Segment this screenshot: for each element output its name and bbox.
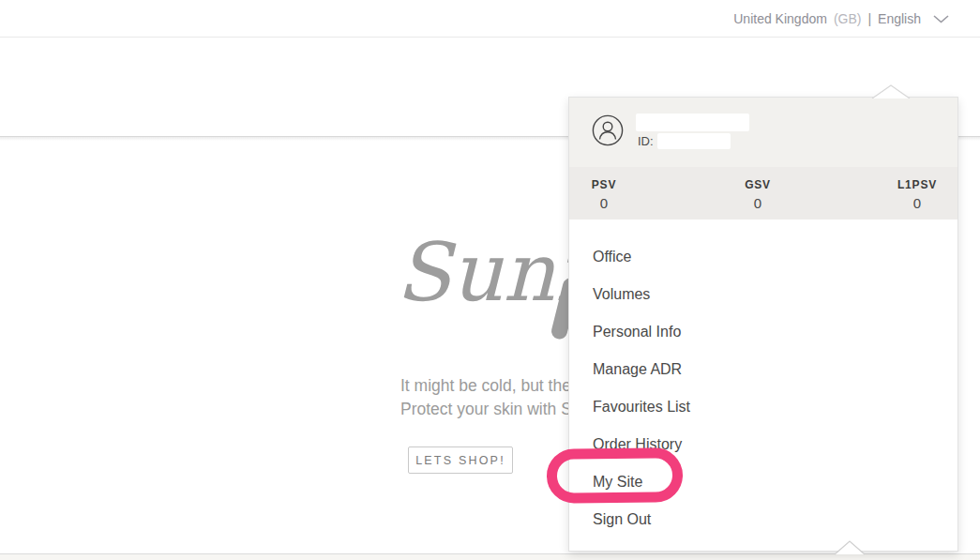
menu-item-favourites-list[interactable]: Favourites List bbox=[569, 388, 957, 426]
id-label: ID: bbox=[638, 134, 654, 148]
menu-item-sign-out[interactable]: Sign Out bbox=[569, 501, 957, 538]
region-code: (GB) bbox=[834, 11, 862, 26]
stat-l1psv: L1PSV 0 bbox=[880, 178, 955, 211]
chevron-down-icon bbox=[933, 15, 949, 23]
stat-gsv-label: GSV bbox=[720, 178, 795, 191]
hero-description-line1: It might be cold, but the bbox=[400, 374, 572, 398]
stat-psv-value: 0 bbox=[566, 195, 641, 211]
stat-l1psv-value: 0 bbox=[880, 195, 955, 211]
account-menu-list: Office Volumes Personal Info Manage ADR … bbox=[569, 219, 957, 551]
lets-shop-button[interactable]: LETS SHOP! bbox=[408, 446, 513, 474]
user-name-redacted bbox=[636, 114, 749, 131]
region-label: United Kingdom bbox=[733, 11, 827, 26]
user-id-redacted bbox=[657, 133, 731, 149]
volume-stats-row: PSV 0 GSV 0 L1PSV 0 bbox=[569, 167, 957, 219]
top-bar: United Kingdom (GB) | English bbox=[0, 0, 980, 38]
stat-psv-label: PSV bbox=[566, 178, 641, 191]
menu-item-order-history[interactable]: Order History bbox=[569, 426, 957, 463]
stat-l1psv-label: L1PSV bbox=[880, 178, 955, 191]
stat-gsv: GSV 0 bbox=[720, 178, 795, 211]
divider-notch-icon bbox=[834, 539, 866, 559]
menu-item-personal-info[interactable]: Personal Info bbox=[569, 313, 957, 351]
menu-item-office[interactable]: Office bbox=[569, 238, 957, 276]
profile-header: ID: bbox=[569, 98, 957, 167]
avatar-icon bbox=[592, 114, 624, 150]
region-separator: | bbox=[867, 11, 871, 26]
dropdown-caret-icon bbox=[870, 83, 912, 102]
language-label: English bbox=[878, 11, 921, 26]
region-language-selector[interactable]: United Kingdom (GB) | English bbox=[733, 0, 949, 38]
menu-item-my-site[interactable]: My Site bbox=[569, 463, 957, 501]
page: United Kingdom (GB) | English NU S bbox=[0, 0, 980, 560]
stat-gsv-value: 0 bbox=[720, 195, 795, 211]
hero-description-line2: Protect your skin with S bbox=[400, 398, 572, 421]
account-dropdown: ID: PSV 0 GSV 0 L1PSV 0 Office Volumes P… bbox=[568, 97, 958, 552]
menu-item-volumes[interactable]: Volumes bbox=[569, 276, 957, 313]
stat-psv: PSV 0 bbox=[566, 178, 641, 211]
menu-item-manage-adr[interactable]: Manage ADR bbox=[569, 351, 957, 388]
hero-description: It might be cold, but the Protect your s… bbox=[400, 374, 572, 420]
